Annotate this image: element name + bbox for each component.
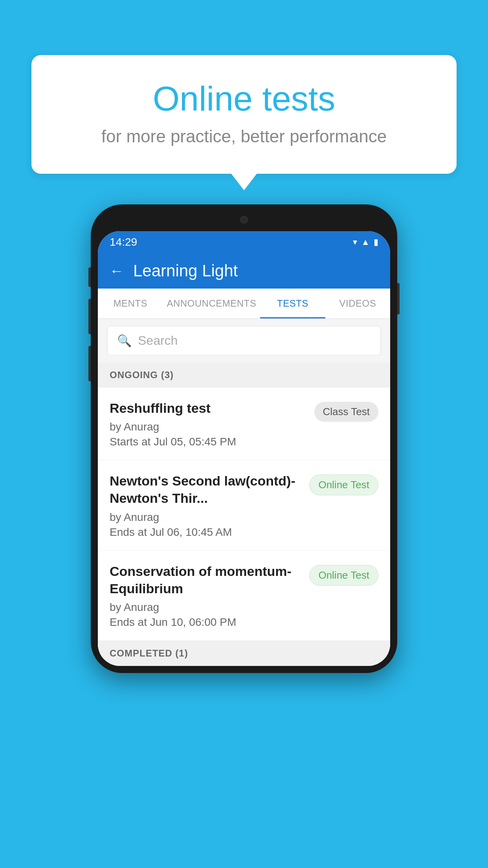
tab-assignments[interactable]: MENTS bbox=[98, 289, 163, 318]
ongoing-section-header: ONGOING (3) bbox=[98, 362, 390, 388]
test-date: Ends at Jun 10, 06:00 PM bbox=[110, 616, 301, 629]
tab-videos[interactable]: VIDEOS bbox=[325, 289, 390, 318]
test-name: Reshuffling test bbox=[110, 399, 306, 417]
signal-icon: ▲ bbox=[361, 237, 370, 247]
back-button[interactable]: ← bbox=[110, 263, 124, 279]
test-list: Reshuffling test by Anurag Starts at Jul… bbox=[98, 388, 390, 641]
notch bbox=[216, 211, 272, 228]
search-input[interactable]: Search bbox=[138, 333, 178, 348]
wifi-icon: ▾ bbox=[353, 237, 357, 247]
phone-screen: 14:29 ▾ ▲ ▮ ← Learning Light MENTS ANNOU… bbox=[98, 231, 390, 666]
app-title: Learning Light bbox=[133, 261, 238, 280]
test-badge-online-2: Online Test bbox=[309, 565, 378, 586]
tab-tests[interactable]: TESTS bbox=[260, 289, 325, 318]
test-date: Ends at Jul 06, 10:45 AM bbox=[110, 526, 301, 539]
test-name: Conservation of momentum-Equilibrium bbox=[110, 563, 301, 597]
bubble-card: Online tests for more practice, better p… bbox=[31, 55, 457, 174]
search-icon: 🔍 bbox=[117, 334, 132, 348]
test-badge-online: Online Test bbox=[309, 474, 378, 495]
test-author: by Anurag bbox=[110, 421, 306, 433]
test-author: by Anurag bbox=[110, 511, 301, 524]
test-item[interactable]: Newton's Second law(contd)-Newton's Thir… bbox=[98, 460, 390, 550]
test-info: Reshuffling test by Anurag Starts at Jul… bbox=[110, 399, 306, 448]
bubble-title: Online tests bbox=[63, 79, 425, 119]
status-time: 14:29 bbox=[110, 236, 137, 248]
phone-frame: 14:29 ▾ ▲ ▮ ← Learning Light MENTS ANNOU… bbox=[91, 204, 397, 673]
test-info: Newton's Second law(contd)-Newton's Thir… bbox=[110, 472, 301, 538]
test-date: Starts at Jul 05, 05:45 PM bbox=[110, 436, 306, 448]
status-icons: ▾ ▲ ▮ bbox=[353, 237, 378, 247]
test-name: Newton's Second law(contd)-Newton's Thir… bbox=[110, 472, 301, 507]
test-badge-class: Class Test bbox=[314, 402, 378, 422]
volume-down-button bbox=[88, 346, 91, 381]
phone-mockup: 14:29 ▾ ▲ ▮ ← Learning Light MENTS ANNOU… bbox=[91, 204, 397, 673]
status-bar: 14:29 ▾ ▲ ▮ bbox=[98, 231, 390, 253]
test-info: Conservation of momentum-Equilibrium by … bbox=[110, 563, 301, 629]
volume-up-button bbox=[88, 299, 91, 334]
battery-icon: ▮ bbox=[374, 237, 378, 247]
camera bbox=[240, 216, 248, 224]
test-item[interactable]: Reshuffling test by Anurag Starts at Jul… bbox=[98, 388, 390, 460]
test-item[interactable]: Conservation of momentum-Equilibrium by … bbox=[98, 551, 390, 641]
app-header: ← Learning Light bbox=[98, 253, 390, 289]
mute-button bbox=[88, 267, 91, 287]
promo-bubble: Online tests for more practice, better p… bbox=[31, 55, 457, 174]
search-container: 🔍 Search bbox=[98, 319, 390, 362]
tab-bar: MENTS ANNOUNCEMENTS TESTS VIDEOS bbox=[98, 289, 390, 319]
power-button bbox=[397, 283, 400, 314]
bubble-subtitle: for more practice, better performance bbox=[63, 127, 425, 146]
completed-section-header: COMPLETED (1) bbox=[98, 641, 390, 666]
tab-announcements[interactable]: ANNOUNCEMENTS bbox=[163, 289, 260, 318]
notch-area bbox=[98, 211, 390, 231]
test-author: by Anurag bbox=[110, 601, 301, 614]
search-bar[interactable]: 🔍 Search bbox=[107, 326, 381, 355]
